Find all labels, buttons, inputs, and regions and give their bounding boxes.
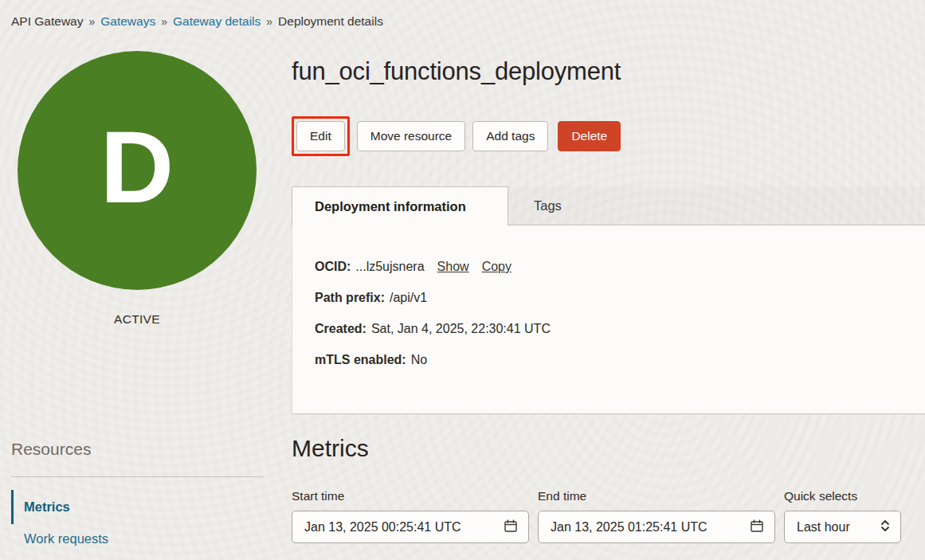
- ocid-copy-link[interactable]: Copy: [482, 260, 511, 274]
- end-time-group: End time Jan 13, 2025 01:25:41 UTC: [538, 489, 775, 543]
- delete-button[interactable]: Delete: [558, 121, 621, 151]
- breadcrumb-item-gateways[interactable]: Gateways: [100, 14, 155, 29]
- path-prefix-row: Path prefix: /api/v1: [315, 291, 903, 305]
- start-time-group: Start time Jan 13, 2025 00:25:41 UTC: [292, 489, 529, 543]
- main-content: fun_oci_functions_deployment Edit Move r…: [292, 49, 925, 560]
- ocid-row: OCID: ...lz5ujsnera Show Copy: [315, 260, 903, 274]
- deployment-avatar: D: [18, 51, 257, 290]
- start-time-label: Start time: [292, 489, 529, 503]
- ocid-value: ...lz5ujsnera: [355, 260, 424, 274]
- start-time-value: Jan 13, 2025 00:25:41 UTC: [304, 520, 503, 535]
- resources-divider: [11, 476, 263, 477]
- annotation-highlight-box: Edit: [292, 116, 350, 156]
- quick-selects-group: Quick selects Last hour: [784, 489, 901, 543]
- end-time-input[interactable]: Jan 13, 2025 01:25:41 UTC: [538, 511, 775, 543]
- tab-strip: Deployment information Tags: [292, 186, 925, 225]
- created-value: Sat, Jan 4, 2025, 22:30:41 UTC: [371, 322, 551, 336]
- tab-tags[interactable]: Tags: [508, 186, 587, 225]
- calendar-icon[interactable]: [749, 518, 765, 537]
- start-time-input[interactable]: Jan 13, 2025 00:25:41 UTC: [292, 511, 529, 543]
- end-time-value: Jan 13, 2025 01:25:41 UTC: [551, 520, 749, 535]
- status-badge: ACTIVE: [18, 312, 257, 327]
- breadcrumb-separator: »: [161, 15, 167, 28]
- action-buttons: Edit Move resource Add tags Delete: [292, 116, 621, 156]
- deployment-information-panel: OCID: ...lz5ujsnera Show Copy Path prefi…: [292, 225, 925, 414]
- breadcrumb-item-gateway-details[interactable]: Gateway details: [173, 14, 261, 29]
- breadcrumb-separator: »: [88, 15, 95, 28]
- mtls-row: mTLS enabled: No: [315, 353, 903, 367]
- tab-deployment-information[interactable]: Deployment information: [292, 186, 508, 225]
- quick-selects-select[interactable]: Last hour: [784, 511, 901, 543]
- edit-button[interactable]: Edit: [296, 121, 345, 151]
- select-spinner-icon: [880, 519, 891, 536]
- created-label: Created:: [315, 322, 366, 336]
- metrics-heading: Metrics: [292, 435, 369, 462]
- quick-selects-label: Quick selects: [784, 489, 901, 503]
- breadcrumb: API Gateway » Gateways » Gateway details…: [11, 14, 383, 29]
- resources-section: Resources Metrics Work requests: [11, 440, 263, 554]
- move-resource-button[interactable]: Move resource: [357, 121, 466, 151]
- mtls-label: mTLS enabled:: [315, 353, 406, 367]
- path-prefix-label: Path prefix:: [315, 291, 385, 305]
- calendar-icon[interactable]: [503, 518, 519, 537]
- end-time-label: End time: [538, 489, 775, 503]
- created-row: Created: Sat, Jan 4, 2025, 22:30:41 UTC: [315, 322, 903, 336]
- breadcrumb-separator: »: [266, 15, 272, 28]
- resources-list: Metrics Work requests: [11, 490, 263, 554]
- page-title: fun_oci_functions_deployment: [292, 57, 621, 86]
- avatar-letter: D: [100, 116, 174, 218]
- ocid-show-link[interactable]: Show: [437, 260, 469, 274]
- sidebar-item-metrics[interactable]: Metrics: [11, 490, 263, 524]
- ocid-label: OCID:: [315, 260, 351, 274]
- mtls-value: No: [411, 353, 427, 367]
- resources-heading: Resources: [11, 440, 263, 459]
- path-prefix-value: /api/v1: [390, 291, 427, 305]
- breadcrumb-item-api-gateway: API Gateway: [11, 14, 83, 29]
- sidebar-item-work-requests[interactable]: Work requests: [11, 524, 263, 554]
- quick-selects-value: Last hour: [797, 520, 880, 535]
- breadcrumb-item-deployment-details: Deployment details: [278, 14, 383, 29]
- add-tags-button[interactable]: Add tags: [472, 121, 548, 151]
